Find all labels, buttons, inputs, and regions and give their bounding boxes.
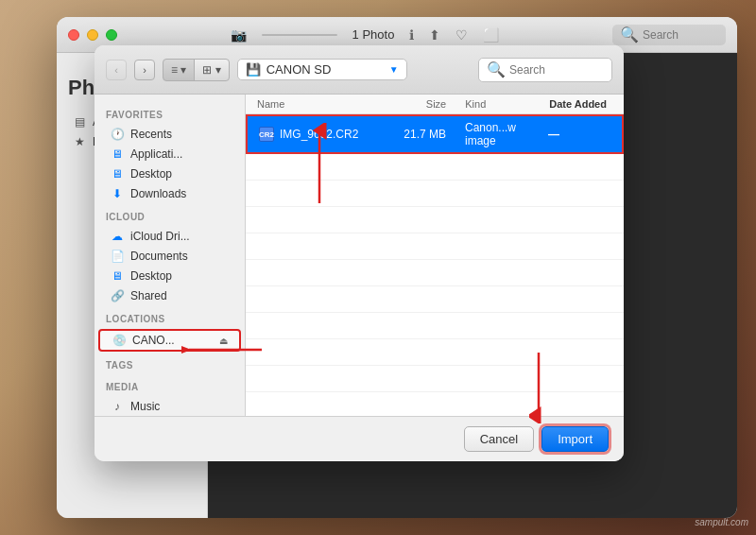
sidebar-item-canon-sd[interactable]: 💿 CANO... ⏏ — [98, 329, 241, 352]
list-view-icon: ≡ ▾ — [171, 63, 186, 77]
location-label: CANON SD — [266, 62, 332, 77]
file-list: Name Size Kind Date Added CR2 IMG_9692.C… — [246, 95, 624, 416]
file-row-empty-2 — [246, 181, 624, 207]
eject-icon[interactable]: ⏏ — [219, 336, 228, 346]
file-row-empty-7 — [246, 313, 624, 339]
sd-card-icon: 💾 — [246, 62, 261, 77]
media-label: Media — [94, 374, 245, 396]
search-icon: 🔍 — [487, 60, 506, 78]
dialog-content: Favorites 🕐 Recents 🖥 Applicati... 🖥 Des… — [94, 95, 624, 416]
location-selector[interactable]: 💾 CANON SD ▼ — [237, 59, 407, 80]
titlebar-divider — [262, 34, 337, 36]
import-button[interactable]: Import — [541, 426, 609, 452]
star-icon: ★ — [72, 135, 87, 148]
sidebar-item-label: Downloads — [130, 187, 186, 200]
dialog-search[interactable]: 🔍 — [478, 58, 612, 82]
sidebar-item-shared[interactable]: 🔗 Shared — [98, 286, 241, 305]
sidebar-item-label: Applicati... — [130, 147, 182, 161]
search-input[interactable] — [643, 28, 718, 42]
file-row-empty-6 — [246, 286, 624, 313]
documents-icon: 📄 — [110, 250, 125, 263]
applications-icon: 🖥 — [110, 147, 125, 161]
camera-icon: 📷 — [231, 27, 247, 43]
col-size-header: Size — [384, 98, 466, 110]
sidebar-item-label: Desktop — [130, 167, 172, 181]
sidebar-item-applications[interactable]: 🖥 Applicati... — [98, 145, 241, 164]
col-kind-header: Kind — [465, 98, 549, 110]
file-size: 21.7 MB — [384, 128, 465, 141]
cr2-file-icon: CR2 — [259, 127, 274, 142]
sidebar-item-icloud-drive[interactable]: ☁ iCloud Dri... — [98, 227, 241, 246]
downloads-icon: ⬇ — [110, 187, 125, 200]
frame-icon[interactable]: ⬜ — [483, 27, 499, 43]
sidebar-item-label: CANO... — [132, 334, 175, 347]
forward-icon: › — [143, 64, 146, 76]
sidebar-item-label: iCloud Dri... — [130, 230, 190, 243]
favorites-label: Favorites — [94, 102, 245, 124]
sidebar-item-downloads[interactable]: ⬇ Downloads — [98, 184, 241, 203]
file-row-empty-9 — [246, 366, 624, 392]
tags-label: Tags — [94, 353, 245, 374]
list-view-button[interactable]: ≡ ▾ — [163, 60, 195, 80]
sidebar-item-label: Documents — [130, 250, 188, 263]
dialog-toolbar: ‹ › ≡ ▾ ⊞ ▾ 💾 CANON SD ▼ 🔍 — [94, 45, 624, 95]
file-list-header: Name Size Kind Date Added — [246, 95, 624, 114]
cancel-button[interactable]: Cancel — [464, 426, 534, 452]
sd-card-icon: 💿 — [112, 334, 127, 347]
view-toggle: ≡ ▾ ⊞ ▾ — [163, 59, 230, 81]
recents-icon: 🕐 — [110, 128, 125, 141]
heart-icon[interactable]: ♡ — [455, 27, 468, 43]
file-row-empty-8 — [246, 339, 624, 366]
desktop-icloud-icon: 🖥 — [110, 269, 125, 283]
sidebar-item-music[interactable]: ♪ Music — [98, 397, 241, 416]
grid-view-button[interactable]: ⊞ ▾ — [195, 60, 228, 80]
sidebar-item-label: Recents — [130, 128, 172, 141]
file-row-empty-3 — [246, 207, 624, 233]
maximize-button[interactable] — [106, 29, 117, 41]
watermark: sampult.com — [695, 517, 748, 527]
sidebar-item-label: Music — [130, 400, 160, 413]
dialog-search-input[interactable] — [509, 63, 604, 77]
sidebar-item-documents[interactable]: 📄 Documents — [98, 247, 241, 266]
locations-label: Locations — [94, 306, 245, 328]
share-icon[interactable]: ⬆ — [429, 27, 440, 43]
albums-icon: ▤ — [72, 115, 87, 129]
col-date-header: Date Added — [549, 98, 612, 110]
file-row-empty-4 — [246, 233, 624, 260]
sidebar-item-desktop-icloud[interactable]: 🖥 Desktop — [98, 267, 241, 285]
file-date: — — [548, 128, 610, 141]
col-name-header: Name — [257, 98, 384, 110]
file-row-empty-5 — [246, 260, 624, 286]
shared-icon: 🔗 — [110, 289, 125, 302]
chevron-down-icon: ▼ — [389, 64, 399, 75]
file-row-empty-10 — [246, 392, 624, 416]
file-row-img9692[interactable]: CR2 IMG_9692.CR2 21.7 MB Canon...w image… — [246, 114, 624, 154]
sidebar-item-label: Desktop — [130, 269, 172, 283]
file-kind: Canon...w image — [465, 121, 548, 147]
dialog-sidebar: Favorites 🕐 Recents 🖥 Applicati... 🖥 Des… — [94, 95, 246, 416]
file-name-cell: CR2 IMG_9692.CR2 — [259, 127, 384, 142]
file-row-empty-1 — [246, 154, 624, 181]
desktop-icon: 🖥 — [110, 167, 125, 181]
dialog-footer: Cancel Import — [94, 416, 624, 461]
grid-view-icon: ⊞ ▾ — [202, 63, 220, 77]
back-icon: ‹ — [114, 64, 118, 76]
sidebar-item-desktop[interactable]: 🖥 Desktop — [98, 164, 241, 183]
titlebar-center: 📷 1 Photo ℹ ⬆ ♡ ⬜ — [125, 27, 605, 43]
info-icon[interactable]: ℹ — [409, 27, 414, 43]
close-button[interactable] — [68, 29, 79, 41]
search-icon: 🔍 — [620, 26, 639, 43]
sidebar-item-label: Shared — [130, 289, 167, 302]
back-button[interactable]: ‹ — [106, 60, 127, 80]
sidebar-item-recents[interactable]: 🕐 Recents — [98, 125, 241, 144]
icloud-label: iCloud — [94, 204, 245, 226]
music-icon: ♪ — [110, 400, 125, 413]
search-bar[interactable]: 🔍 — [612, 25, 726, 45]
file-dialog: ‹ › ≡ ▾ ⊞ ▾ 💾 CANON SD ▼ 🔍 Favorites — [94, 45, 624, 461]
forward-button[interactable]: › — [134, 60, 155, 80]
icloud-icon: ☁ — [110, 230, 125, 243]
file-name: IMG_9692.CR2 — [280, 128, 358, 141]
minimize-button[interactable] — [87, 29, 98, 41]
titlebar-title: 1 Photo — [352, 27, 395, 42]
